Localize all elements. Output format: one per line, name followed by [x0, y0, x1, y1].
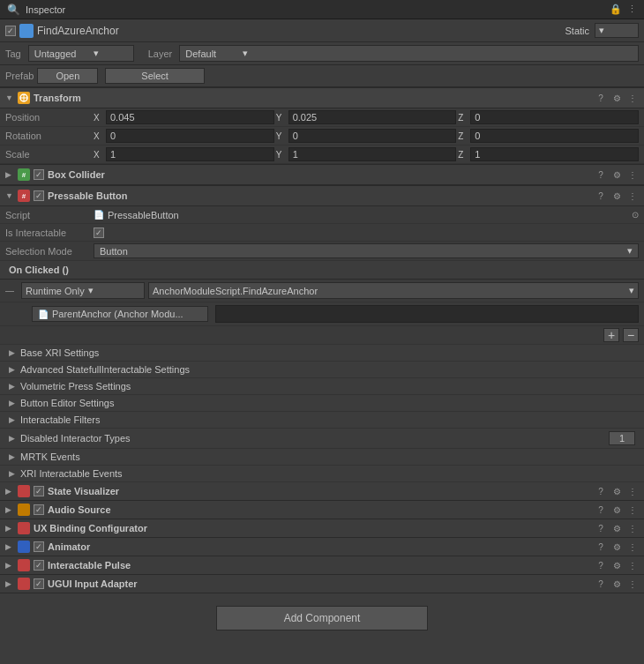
xri-events-row[interactable]: ▶ XRI Interactable Events	[0, 466, 644, 482]
advanced-stateful-settings-row[interactable]: ▶ Advanced StatefullInteractable Setting…	[0, 362, 644, 378]
script-name: PressableButton	[108, 210, 179, 220]
pressable-menu-icon[interactable]: ⋮	[626, 191, 639, 201]
rotation-x-field[interactable]: 0	[106, 129, 274, 143]
static-dropdown[interactable]: ▾	[595, 23, 639, 38]
pressable-enabled-checkbox[interactable]	[34, 190, 44, 201]
disabled-interactor-row: ▶ Disabled Interactor Types 1	[0, 429, 644, 449]
box-collider-settings-icon[interactable]: ⚙	[610, 170, 623, 180]
event-object-icon: 📄	[38, 310, 49, 319]
box-collider-help-icon[interactable]: ?	[595, 170, 607, 180]
pressable-collapse[interactable]: ▼	[5, 191, 14, 200]
ux-binding-help-icon[interactable]: ?	[595, 524, 607, 533]
animator-settings-icon[interactable]: ⚙	[610, 542, 623, 552]
selection-mode-dropdown[interactable]: Button ▾	[94, 243, 639, 258]
prefab-open-button[interactable]: Open	[37, 68, 98, 84]
rotation-y-field[interactable]: 0	[288, 129, 457, 143]
state-vis-menu-icon[interactable]: ⋮	[626, 487, 639, 496]
audio-source-enabled-checkbox[interactable]	[34, 504, 44, 515]
box-collider-enabled-checkbox[interactable]	[34, 169, 44, 180]
event-add-button[interactable]: +	[603, 328, 619, 342]
menu-icon[interactable]: ⋮	[627, 4, 637, 15]
pulse-settings-icon[interactable]: ⚙	[610, 561, 623, 571]
box-collider-collapse[interactable]: ▶	[5, 170, 14, 179]
state-vis-enabled-checkbox[interactable]	[34, 486, 44, 496]
event-remove-button[interactable]: −	[623, 328, 639, 342]
volumetric-press-settings-row[interactable]: ▶ Volumetric Press Settings	[0, 378, 644, 395]
script-pick-icon[interactable]: ⊙	[632, 210, 639, 220]
box-collider-menu-icon[interactable]: ⋮	[626, 170, 639, 180]
animator-collapse[interactable]: ▶	[5, 542, 14, 551]
script-file-icon: 📄	[94, 210, 104, 220]
pressable-settings-icon[interactable]: ⚙	[610, 191, 623, 201]
pulse-collapse[interactable]: ▶	[5, 561, 14, 570]
ux-binding-collapse[interactable]: ▶	[5, 524, 14, 533]
scale-xyz: X 1 Y 1 Z 1	[94, 147, 639, 161]
prefab-row: Prefab Open Select	[0, 65, 644, 87]
ux-binding-menu-icon[interactable]: ⋮	[626, 524, 639, 533]
transform-collapse-arrow[interactable]: ▼	[5, 93, 14, 102]
scale-z-label: Z	[458, 150, 468, 160]
mrtk-events-arrow: ▶	[9, 452, 15, 461]
ugui-help-icon[interactable]: ?	[595, 579, 607, 589]
add-component-button[interactable]: Add Component	[216, 606, 428, 630]
animator-icon	[18, 541, 30, 553]
disabled-interactor-arrow[interactable]: ▶	[9, 434, 15, 443]
transform-settings-icon[interactable]: ⚙	[610, 93, 623, 103]
xri-events-label: XRI Interactable Events	[20, 468, 123, 479]
animator-enabled-checkbox[interactable]	[34, 541, 44, 552]
ugui-collapse[interactable]: ▶	[5, 579, 14, 588]
interactable-filters-arrow: ▶	[9, 415, 15, 424]
ugui-icon	[18, 578, 30, 590]
title-bar-actions: 🔒 ⋮	[610, 4, 637, 15]
pulse-enabled-checkbox[interactable]	[34, 560, 44, 571]
audio-source-help-icon[interactable]: ?	[595, 505, 607, 515]
state-vis-settings-icon[interactable]: ⚙	[610, 487, 623, 496]
ugui-settings-icon[interactable]: ⚙	[610, 579, 623, 589]
position-x-field[interactable]: 0.045	[106, 110, 274, 124]
audio-source-menu-icon[interactable]: ⋮	[626, 505, 639, 515]
audio-source-settings-icon[interactable]: ⚙	[610, 505, 623, 515]
selection-mode-row: Selection Mode Button ▾	[0, 242, 644, 261]
tag-dropdown[interactable]: Untagged ▾	[28, 45, 134, 62]
function-dropdown[interactable]: AnchorModuleScript.FindAzureAnchor ▾	[148, 282, 639, 299]
event-plus-minus: + −	[0, 326, 644, 345]
scale-x-field[interactable]: 1	[106, 147, 274, 161]
ugui-enabled-checkbox[interactable]	[34, 578, 44, 589]
pulse-help-icon[interactable]: ?	[595, 561, 607, 571]
pulse-menu-icon[interactable]: ⋮	[626, 561, 639, 571]
layer-dropdown[interactable]: Default ▾	[179, 45, 639, 62]
interactable-filters-row[interactable]: ▶ Interactable Filters	[0, 412, 644, 429]
rotation-z-field[interactable]: 0	[470, 129, 639, 143]
animator-menu-icon[interactable]: ⋮	[626, 542, 639, 552]
lock-icon[interactable]: 🔒	[610, 4, 622, 15]
position-y-field[interactable]: 0.025	[288, 110, 457, 124]
transform-help-icon[interactable]: ?	[595, 93, 607, 103]
interactable-filters-label: Interactable Filters	[20, 414, 100, 425]
state-vis-collapse[interactable]: ▶	[5, 487, 14, 496]
prefab-select-button[interactable]: Select	[105, 68, 205, 84]
scale-label: Scale	[5, 149, 94, 160]
position-z-field[interactable]: 0	[470, 110, 639, 124]
ugui-menu-icon[interactable]: ⋮	[626, 579, 639, 589]
pressable-help-icon[interactable]: ?	[595, 191, 607, 201]
state-vis-help-icon[interactable]: ?	[595, 487, 607, 496]
scale-y-field[interactable]: 1	[288, 147, 457, 161]
base-xri-arrow: ▶	[9, 348, 15, 357]
object-enabled-checkbox[interactable]	[5, 26, 16, 36]
ux-binding-settings-icon[interactable]: ⚙	[610, 524, 623, 533]
mrtk-events-row[interactable]: ▶ MRTK Events	[0, 449, 644, 466]
button-editor-settings-row[interactable]: ▶ Button Editor Settings	[0, 395, 644, 412]
scale-z-field[interactable]: 1	[470, 147, 639, 161]
selection-mode-chevron: ▾	[627, 245, 633, 257]
base-xri-settings-row[interactable]: ▶ Base XRI Settings	[0, 345, 644, 362]
rotation-y-label: Y	[276, 131, 287, 141]
event-minus-icon: —	[5, 286, 14, 295]
runtime-dropdown[interactable]: Runtime Only ▾	[21, 282, 145, 299]
scale-x-label: X	[94, 150, 104, 160]
transform-menu-icon[interactable]: ⋮	[626, 93, 639, 103]
is-interactable-checkbox[interactable]	[94, 228, 104, 238]
audio-source-collapse[interactable]: ▶	[5, 505, 14, 514]
animator-help-icon[interactable]: ?	[595, 542, 607, 552]
ugui-adapter-header: ▶ UGUI Input Adapter ? ⚙ ⋮	[0, 575, 644, 593]
event-object-field[interactable]: 📄 ParentAnchor (Anchor Modu...	[32, 306, 208, 322]
